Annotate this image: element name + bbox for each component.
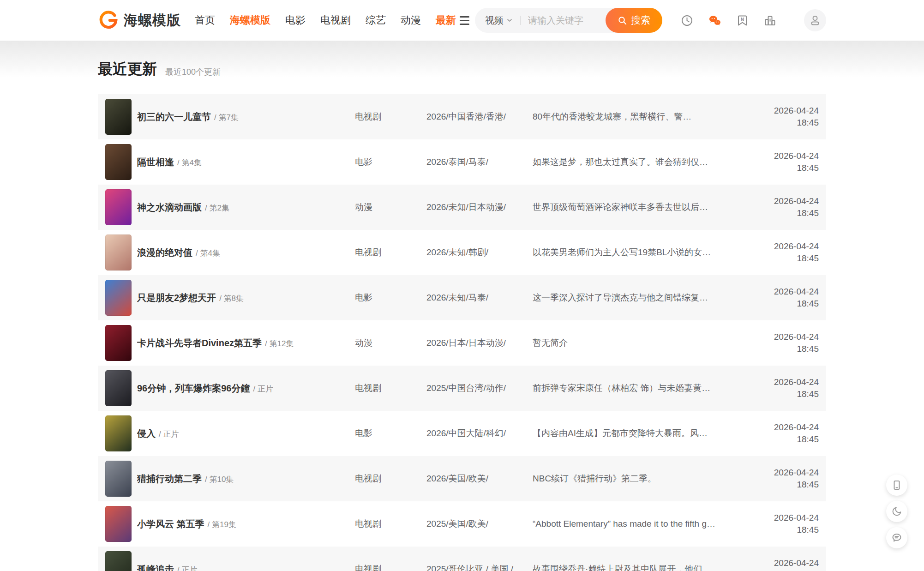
item-title[interactable]: 96分钟，列车爆炸案96分鐘 [137,383,250,393]
poster-thumbnail[interactable] [105,325,132,361]
item-date: 2026-04-24 [762,195,819,207]
ranking-chart-icon[interactable] [764,14,776,27]
list-item[interactable]: 卡片战斗先导者Divinez第五季/ 第12集 动漫 2026/日本/日本动漫/… [98,320,826,366]
search-bar: 视频 搜索 [475,8,662,33]
chevron-down-icon [506,17,513,24]
item-title[interactable]: 侵入 [137,428,156,439]
item-title[interactable]: 只是朋友2梦想天开 [137,293,216,303]
list-item[interactable]: 神之水滴动画版/ 第2集 动漫 2026/未知/日本动漫/ 世界顶级葡萄酒评论家… [98,185,826,230]
bookmark-n-icon[interactable]: N [736,14,749,27]
item-time: 18:45 [762,252,819,264]
page-subtitle: 最近100个更新 [165,66,221,79]
item-date: 2026-04-24 [762,512,819,524]
history-clock-icon[interactable] [681,14,693,27]
title-cell: 卡片战斗先导者Divinez第五季/ 第12集 [137,337,355,349]
item-title[interactable]: 神之水滴动画版 [137,202,202,212]
poster-thumbnail[interactable] [105,415,132,451]
item-description: NBC续订《猎捕行动》第二季。 [533,473,762,485]
search-input[interactable] [528,15,605,26]
poster-thumbnail[interactable] [105,99,132,135]
item-category: 电影 [355,156,426,168]
poster-thumbnail[interactable] [105,551,132,571]
nav-item[interactable]: 动漫 [401,13,421,27]
list-item[interactable]: 初三的六一儿童节/ 第7集 电视剧 2026/中国香港/香港/ 80年代的香港蛟… [98,94,826,139]
item-meta: 2026/中国香港/香港/ [426,111,533,123]
item-time: 18:45 [762,207,819,219]
item-category: 电视剧 [355,382,426,394]
item-category: 电影 [355,292,426,304]
search-channel-label: 视频 [485,14,504,27]
mobile-app-button[interactable] [886,475,907,496]
item-description: 如果这是梦，那也太过真实了。谁会猜到仅… [533,156,762,168]
title-cell: 隔世相逢/ 第4集 [137,156,355,168]
user-icon [809,14,822,27]
item-meta: 2026/未知/日本动漫/ [426,201,533,213]
wechat-icon[interactable] [708,14,721,27]
item-time: 18:45 [762,117,819,129]
nav-item[interactable]: 首页 [195,13,215,27]
item-datetime: 2026-04-24 18:45 [762,105,819,129]
dark-mode-button[interactable] [886,501,907,522]
search-button[interactable]: 搜索 [606,8,662,33]
search-channel-select[interactable]: 视频 [485,14,513,27]
feedback-button[interactable] [886,527,907,548]
item-category: 电视剧 [355,246,426,258]
poster-thumbnail[interactable] [105,370,132,406]
item-description: 前拆弹专家宋康任（林柏宏 饰）与未婚妻黄… [533,382,762,394]
item-meta: 2026/未知/马泰/ [426,292,533,304]
nav-item[interactable]: 海螺模版 [230,13,270,27]
item-date: 2026-04-24 [762,376,819,388]
list-item[interactable]: 96分钟，列车爆炸案96分鐘/ 正片 电视剧 2025/中国台湾/动作/ 前拆弹… [98,366,826,411]
item-datetime: 2026-04-24 18:45 [762,512,819,536]
item-date: 2026-04-24 [762,240,819,252]
item-category: 电视剧 [355,563,426,571]
title-cell: 浪漫的绝对值/ 第4集 [137,246,355,259]
search-icon [618,16,627,25]
recent-updates-list: 初三的六一儿童节/ 第7集 电视剧 2026/中国香港/香港/ 80年代的香港蛟… [98,94,826,571]
item-episode: / 第19集 [208,520,236,529]
item-title[interactable]: 卡片战斗先导者Divinez第五季 [137,338,262,348]
list-item[interactable]: 浪漫的绝对值/ 第4集 电视剧 2026/未知/韩剧/ 以花美男老师们为主人公写… [98,230,826,275]
site-logo[interactable]: 海螺模版 [98,10,181,31]
search-area: 视频 搜索 [475,8,826,33]
list-item[interactable]: 小学风云 第五季/ 第19集 电视剧 2025/美国/欧美/ “Abbott E… [98,501,826,547]
nav-item[interactable]: 综艺 [366,13,386,27]
poster-thumbnail[interactable] [105,280,132,316]
item-meta: 2026/未知/韩剧/ [426,246,533,258]
item-title[interactable]: 小学风云 第五季 [137,519,204,529]
list-item[interactable]: 侵入/ 正片 电影 2026/中国大陆/科幻/ 【内容由AI生成】元都市突降特大… [98,411,826,456]
poster-thumbnail[interactable] [105,189,132,225]
hamburger-icon[interactable] [459,14,470,27]
nav-item[interactable]: 最新 [436,13,456,27]
item-title[interactable]: 浪漫的绝对值 [137,247,192,258]
poster-thumbnail[interactable] [105,461,132,497]
item-datetime: 2026-04-24 18:45 [762,467,819,491]
item-meta: 2025/中国台湾/动作/ [426,382,533,394]
item-title[interactable]: 孤峰追击 [137,564,174,571]
page-head: 最近更新 最近100个更新 [98,41,826,79]
item-category: 电影 [355,427,426,439]
search-button-label: 搜索 [631,14,650,27]
item-date: 2026-04-24 [762,467,819,479]
list-item[interactable]: 隔世相逢/ 第4集 电影 2026/泰国/马泰/ 如果这是梦，那也太过真实了。谁… [98,139,826,185]
item-description: 故事围绕乔丹·赖特上尉及其中队展开，他们… [533,563,762,571]
nav-item[interactable]: 电视剧 [320,13,351,27]
item-title[interactable]: 隔世相逢 [137,157,174,167]
nav-item[interactable]: 电影 [285,13,306,27]
poster-thumbnail[interactable] [105,234,132,270]
item-episode: / 第12集 [265,339,294,348]
user-avatar-button[interactable] [804,9,826,31]
list-item[interactable]: 只是朋友2梦想天开/ 第8集 电影 2026/未知/马泰/ 这一季深入探讨了导演… [98,275,826,320]
item-category: 动漫 [355,201,426,213]
poster-thumbnail[interactable] [105,144,132,180]
title-cell: 96分钟，列车爆炸案96分鐘/ 正片 [137,382,355,395]
item-title[interactable]: 初三的六一儿童节 [137,112,211,122]
item-title[interactable]: 猎捕行动第二季 [137,474,202,484]
title-cell: 猎捕行动第二季/ 第10集 [137,473,355,485]
poster-thumbnail[interactable] [105,506,132,542]
list-item[interactable]: 猎捕行动第二季/ 第10集 电视剧 2026/美国/欧美/ NBC续订《猎捕行动… [98,456,826,501]
item-episode: / 正片 [177,565,197,571]
item-meta: 2026/日本/日本动漫/ [426,337,533,349]
item-date: 2026-04-24 [762,286,819,298]
list-item[interactable]: 孤峰追击/ 正片 电视剧 2025/哥伦比亚 / 美国 / 故事围绕乔丹·赖特上… [98,547,826,571]
